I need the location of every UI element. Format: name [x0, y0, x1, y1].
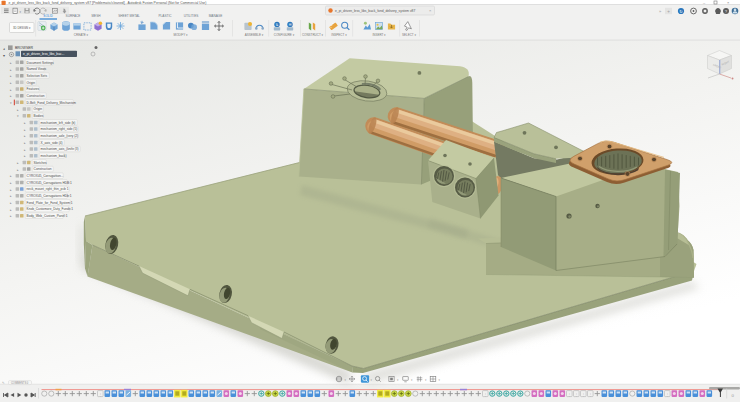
- svg-text:X_axis_side (4): X_axis_side (4): [41, 141, 63, 145]
- svg-text:ASSEMBLE ▾: ASSEMBLE ▾: [245, 33, 264, 37]
- svg-text:mechanism_axis_(knife (3): mechanism_axis_(knife (3): [41, 147, 79, 151]
- svg-text:e_pi_driven_less_libs_back_fon: e_pi_driven_less_libs_back_fond_delivery…: [335, 9, 415, 13]
- svg-text:⋮: ⋮: [581, 392, 585, 397]
- svg-text:UTILITIES: UTILITIES: [184, 14, 199, 18]
- svg-text:BROWSER: BROWSER: [15, 46, 34, 50]
- svg-text:CONFIGURE ▾: CONFIGURE ▾: [274, 33, 295, 37]
- svg-text:CYROX45_Corrugations HDb:1: CYROX45_Corrugations HDb:1: [27, 194, 72, 198]
- svg-text:mechanism_right_side (5): mechanism_right_side (5): [41, 127, 78, 131]
- svg-text:Named Views: Named Views: [27, 67, 47, 71]
- svg-text:⋮: ⋮: [574, 392, 578, 397]
- svg-text:Fond_Plate_for_Fond_System:1: Fond_Plate_for_Fond_System:1: [27, 201, 73, 205]
- svg-text:SHEET METAL: SHEET METAL: [118, 14, 140, 18]
- svg-text:CONSTRUCT ▾: CONSTRUCT ▾: [302, 33, 324, 37]
- svg-text:D-Belt_Fond_Delivery_Mechanism: D-Belt_Fond_Delivery_Mechanism: [27, 101, 77, 105]
- svg-text:+: +: [667, 9, 670, 14]
- svg-text:◂: ◂: [3, 47, 5, 51]
- svg-text:SELECT ▾: SELECT ▾: [402, 33, 416, 37]
- svg-text:CYROX45_Corrugations HDB:1: CYROX45_Corrugations HDB:1: [27, 181, 72, 185]
- svg-text:CYROX45_Corrugattion...: CYROX45_Corrugattion...: [27, 174, 64, 178]
- svg-text:MESH: MESH: [91, 14, 101, 18]
- svg-text:☰: ☰: [288, 23, 291, 27]
- svg-text:mechanism_back): mechanism_back): [41, 154, 67, 158]
- svg-text:Construction: Construction: [27, 94, 45, 98]
- svg-text:⇅: ⇅: [275, 23, 278, 27]
- svg-text:MODIFY ▾: MODIFY ▾: [174, 33, 188, 37]
- svg-text:Knob_Customore_Duty_Funds:1: Knob_Customore_Duty_Funds:1: [27, 207, 74, 211]
- svg-text:↻: ↻: [679, 9, 683, 14]
- svg-text:▾: ▾: [3, 53, 5, 58]
- svg-text:Body_Web_Custom_Panel:1: Body_Web_Custom_Panel:1: [27, 214, 68, 218]
- svg-text:SURFACE: SURFACE: [66, 14, 81, 18]
- svg-text:⋮: ⋮: [567, 392, 571, 397]
- svg-text:Sketches: Sketches: [34, 161, 48, 165]
- svg-text:CREATE ▾: CREATE ▾: [74, 33, 89, 37]
- svg-text:⋮: ⋮: [588, 392, 592, 397]
- svg-text:Features: Features: [27, 87, 40, 91]
- svg-text:Origin: Origin: [34, 107, 43, 111]
- svg-text:INSPECT ▾: INSPECT ▾: [331, 33, 347, 37]
- svg-text:✎: ✎: [2, 381, 5, 385]
- svg-text:COMMENTS 0: COMMENTS 0: [11, 381, 29, 385]
- svg-text:3D DESIGN ▾: 3D DESIGN ▾: [13, 26, 31, 30]
- svg-text:⋮: ⋮: [483, 392, 487, 397]
- svg-text:mechanism_axle_(very (2): mechanism_axle_(very (2): [41, 134, 79, 138]
- svg-text:⋮: ⋮: [665, 392, 669, 397]
- svg-text:mechanism_left_side (b): mechanism_left_side (b): [41, 121, 76, 125]
- svg-text:neck_mount_right_thin_pcb 1: neck_mount_right_thin_pcb 1: [27, 187, 69, 191]
- svg-text:e_pi_driven_less_libs_back_fon: e_pi_driven_less_libs_back_fond_delivery…: [9, 1, 207, 5]
- svg-text:Bodies: Bodies: [34, 114, 44, 118]
- svg-text:Selection Sets: Selection Sets: [27, 74, 48, 78]
- svg-text:PLASTIC: PLASTIC: [158, 14, 172, 18]
- svg-text:Document Settings: Document Settings: [27, 61, 54, 65]
- svg-text:e_pi_driven_less_libs_bac...: e_pi_driven_less_libs_bac...: [23, 52, 65, 56]
- svg-text:INSERT ▾: INSERT ▾: [372, 33, 386, 37]
- svg-text:Construction: Construction: [34, 167, 52, 171]
- svg-text:⋮: ⋮: [98, 392, 102, 397]
- svg-text:Origin: Origin: [27, 81, 36, 85]
- svg-text:MANAGE: MANAGE: [209, 14, 223, 18]
- svg-text:SOLID: SOLID: [43, 14, 53, 18]
